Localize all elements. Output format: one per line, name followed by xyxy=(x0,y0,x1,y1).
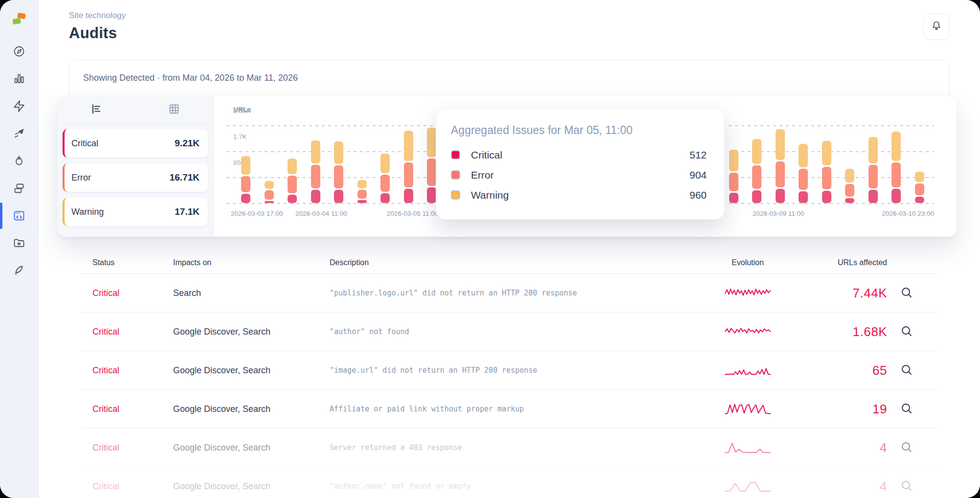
inspect-button[interactable] xyxy=(898,323,915,341)
folder-heart-icon xyxy=(13,237,25,249)
bar-segment-warning xyxy=(891,132,901,160)
sidebar-item-flame[interactable] xyxy=(0,155,38,167)
sidebar-item-bar-chart[interactable] xyxy=(0,72,38,85)
table-row[interactable]: CriticalGoogle Discover, SearchAffiliate… xyxy=(81,390,938,429)
bar-segment-error xyxy=(915,183,924,195)
page-header: Site technology Audits xyxy=(69,0,950,42)
urls-affected-value: 65 xyxy=(794,363,887,378)
bar-segment-critical xyxy=(776,189,785,203)
bar-segment-warning xyxy=(822,141,831,165)
tooltip-row-error: Error904 xyxy=(451,165,707,185)
column-header-status: Status xyxy=(92,258,173,267)
stat-label: Warning xyxy=(71,207,104,217)
layout-icon xyxy=(13,182,25,195)
stat-value: 16.71K xyxy=(170,172,200,183)
sidebar-item-layout[interactable] xyxy=(0,182,38,195)
bar-segment-critical xyxy=(891,189,901,203)
bar-chart-axis-icon xyxy=(90,103,103,117)
bar-segment-error xyxy=(241,176,250,193)
inspect-button[interactable] xyxy=(898,362,915,380)
stacked-bar[interactable] xyxy=(334,141,343,203)
grid-icon xyxy=(168,103,180,117)
bar-segment-warning xyxy=(776,129,785,159)
view-toggle-row xyxy=(57,96,213,124)
description-cell: "publisher.logo.url" did not return an H… xyxy=(330,289,701,297)
sidebar-item-bolt[interactable] xyxy=(0,100,38,113)
stacked-bar[interactable] xyxy=(776,129,785,203)
bar-segment-warning xyxy=(334,141,343,164)
bar-segment-warning xyxy=(845,169,854,183)
magnifier-icon xyxy=(900,370,913,378)
table-row[interactable]: CriticalSearch"publisher.logo.url" did n… xyxy=(81,274,938,313)
sidebar-item-send[interactable] xyxy=(0,127,38,140)
grid-view-toggle[interactable] xyxy=(135,96,214,123)
stacked-bar[interactable] xyxy=(357,180,367,203)
sidebar-item-feather[interactable] xyxy=(0,264,38,277)
bar-segment-warning xyxy=(752,139,761,164)
impacts-on-cell: Google Discover, Search xyxy=(173,365,330,376)
sidebar-item-folder-heart[interactable] xyxy=(0,237,38,249)
stacked-bar[interactable] xyxy=(891,132,901,203)
chart-view-toggle[interactable] xyxy=(57,96,135,123)
table-row[interactable]: CriticalGoogle Discover, Search"author" … xyxy=(81,313,938,351)
bar-segment-error xyxy=(404,162,413,187)
inspect-button[interactable] xyxy=(898,400,915,418)
inspect-button[interactable] xyxy=(898,284,915,302)
stacked-bar[interactable] xyxy=(752,139,761,203)
stat-card-warning[interactable]: Warning17.1K xyxy=(63,198,208,226)
bar-segment-error xyxy=(288,176,297,193)
stacked-bar[interactable] xyxy=(241,156,250,203)
y-tick-label: 2.55K xyxy=(233,107,250,116)
evolution-cell xyxy=(701,363,794,377)
stacked-bar[interactable] xyxy=(380,154,390,203)
stacked-bar[interactable] xyxy=(404,131,413,203)
sidebar-item-browser-code[interactable] xyxy=(0,209,38,222)
bar-segment-warning xyxy=(288,158,297,174)
stacked-bar[interactable] xyxy=(729,150,738,203)
evolution-cell xyxy=(701,479,794,493)
stacked-bar[interactable] xyxy=(822,141,831,203)
urls-affected-value: 1.68K xyxy=(794,324,887,340)
bar-segment-error xyxy=(891,162,901,188)
sidebar-item-compass[interactable] xyxy=(0,45,38,58)
table-row[interactable]: CriticalGoogle Discover, Search"author.n… xyxy=(81,467,938,498)
table-row[interactable]: CriticalGoogle Discover, SearchServer re… xyxy=(81,429,938,467)
inspect-button[interactable] xyxy=(898,439,915,457)
urls-affected-value: 4 xyxy=(794,479,887,494)
evolution-cell xyxy=(701,325,794,339)
stacked-bar[interactable] xyxy=(915,172,924,203)
stacked-bar[interactable] xyxy=(288,158,297,203)
stacked-bar[interactable] xyxy=(311,140,320,203)
evolution-sparkline xyxy=(724,325,771,339)
stacked-bar[interactable] xyxy=(265,181,274,203)
bar-segment-critical xyxy=(404,189,413,203)
inspect-button[interactable] xyxy=(898,477,915,496)
stat-card-error[interactable]: Error16.71K xyxy=(63,163,208,192)
issues-chart-panel: Critical9.21KError16.71KWarning17.1K URL… xyxy=(57,96,957,237)
breadcrumb[interactable]: Site technology xyxy=(69,11,126,21)
stacked-bar[interactable] xyxy=(799,144,808,203)
description-cell: "author.name" not found or empty xyxy=(330,482,701,491)
stat-card-critical[interactable]: Critical9.21K xyxy=(63,129,208,158)
feather-icon xyxy=(13,264,25,277)
bar-segment-warning xyxy=(729,150,738,171)
tooltip-row-value: 512 xyxy=(690,149,707,161)
stacked-bar[interactable] xyxy=(869,137,878,203)
stacked-bar[interactable] xyxy=(427,128,436,203)
magnifier-icon xyxy=(900,448,913,455)
table-row[interactable]: CriticalGoogle Discover, Search"image.ur… xyxy=(81,351,938,390)
evolution-sparkline xyxy=(724,479,771,493)
status-badge: Critical xyxy=(92,481,173,492)
bolt-icon xyxy=(13,100,25,113)
urls-affected-value: 7.44K xyxy=(794,286,887,301)
stat-value: 17.1K xyxy=(175,206,200,217)
notifications-button[interactable] xyxy=(923,14,950,40)
tooltip-row-label: Warning xyxy=(471,189,690,201)
bar-segment-error xyxy=(869,165,878,189)
tooltip-row-warning: Warning960 xyxy=(451,185,707,205)
bar-segment-error xyxy=(334,165,343,188)
urls-affected-value: 19 xyxy=(794,402,887,417)
bar-segment-error xyxy=(799,169,808,190)
stacked-bar[interactable] xyxy=(845,169,854,203)
bar-segment-critical xyxy=(729,193,738,203)
